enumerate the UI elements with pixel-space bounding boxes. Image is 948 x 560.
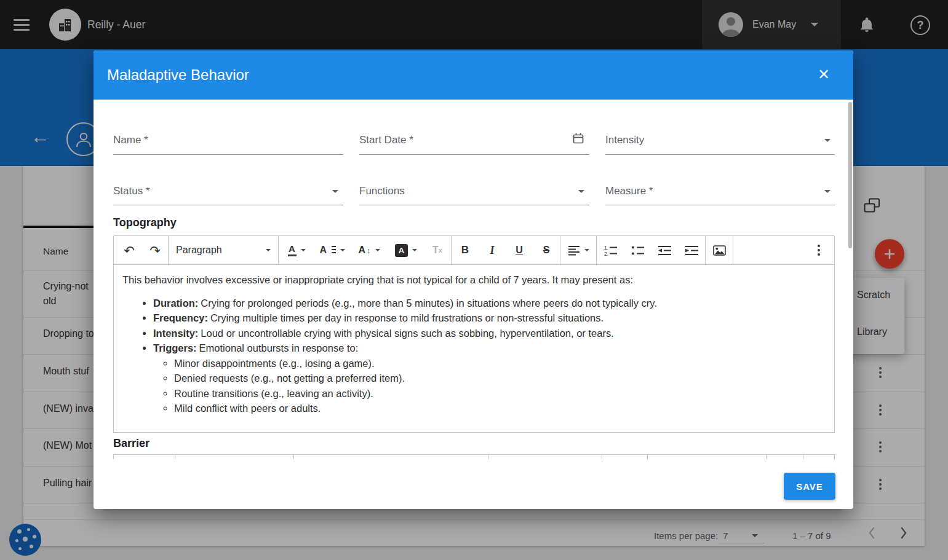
editor-bullet: Frequency:Crying multiple times per day … [153, 310, 826, 326]
font-size-button[interactable]: A [314, 236, 350, 264]
redo-icon[interactable]: ↷ [142, 236, 168, 264]
paragraph-style-value: Paragraph [176, 245, 222, 256]
underline-button[interactable]: U [506, 236, 533, 264]
functions-field[interactable]: Functions [359, 185, 405, 197]
toolbar-overflow-icon[interactable] [806, 236, 832, 264]
field-underline [359, 154, 589, 155]
save-button[interactable]: SAVE [784, 473, 835, 500]
status-caret-icon[interactable] [332, 190, 338, 193]
topography-editor[interactable]: This behavior involves excessive or inap… [113, 264, 835, 433]
editor-sub-bullet: Denied requests (e.g., not getting a pre… [174, 371, 826, 386]
field-underline [605, 205, 835, 205]
dialog-title: Maladaptive Behavior [107, 50, 249, 100]
bulleted-list-button[interactable] [624, 236, 651, 264]
field-underline [605, 154, 835, 155]
status-field[interactable]: Status * [113, 185, 150, 197]
editor-sub-bullet: Minor disappointments (e.g., losing a ga… [174, 356, 826, 371]
barrier-heading: Barrier [113, 437, 149, 450]
editor-bullet: Duration:Crying for prolonged periods (e… [153, 296, 826, 311]
topography-heading: Topography [113, 216, 177, 229]
toolbar-separator [733, 236, 733, 264]
barrier-toolbar-clipped [113, 454, 835, 459]
svg-text:2.: 2. [604, 251, 608, 256]
intensity-caret-icon[interactable] [824, 139, 830, 142]
close-icon[interactable]: × [818, 63, 829, 85]
editor-toolbar: ↶ ↷ Paragraph A A A↕ A Tx [113, 235, 835, 265]
field-underline [113, 205, 343, 205]
editor-bullet: Triggers:Emotional outbursts in response… [153, 341, 826, 416]
editor-paragraph: This behavior involves excessive or inap… [122, 272, 826, 288]
strikethrough-button[interactable]: S [533, 236, 560, 264]
screen: Reilly - Auer Evan May ? ← [0, 0, 948, 560]
editor-bullet: Intensity:Loud or uncontrollable crying … [153, 326, 826, 341]
numbered-list-icon: 1. 2. [604, 245, 617, 256]
name-field[interactable]: Name * [113, 134, 148, 146]
functions-caret-icon[interactable] [578, 190, 584, 193]
font-color-button[interactable]: A [279, 236, 314, 264]
editor-bullet-list: Duration:Crying for prolonged periods (e… [122, 296, 826, 416]
editor-sub-bullet: Routine transitions (e.g., leaving an ac… [174, 386, 826, 401]
editor-sub-bullet: Mild conflict with peers or adults. [174, 401, 826, 416]
dialog-scrollbar[interactable] [848, 102, 852, 248]
align-left-icon [568, 245, 580, 256]
italic-button[interactable]: I [479, 236, 506, 264]
dialog-header: Maladaptive Behavior × [94, 50, 853, 100]
image-icon [713, 245, 726, 256]
paragraph-style-dropdown[interactable]: Paragraph [169, 236, 278, 264]
numbered-list-button[interactable]: 1. 2. [597, 236, 624, 264]
calendar-icon[interactable] [572, 132, 584, 147]
undo-icon[interactable]: ↶ [116, 236, 142, 264]
outdent-button[interactable] [651, 236, 678, 264]
remove-format-button[interactable]: Tx [424, 236, 451, 264]
intensity-field[interactable]: Intensity [605, 134, 644, 146]
indent-icon [685, 245, 698, 256]
highlight-button[interactable]: A [388, 236, 424, 264]
start-date-field[interactable]: Start Date * [359, 134, 413, 146]
editor-sub-list: Minor disappointments (e.g., losing a ga… [153, 356, 826, 416]
measure-field[interactable]: Measure * [605, 185, 653, 197]
chevron-down-icon [266, 249, 271, 251]
svg-text:1.: 1. [604, 245, 608, 251]
font-family-button[interactable]: A↕ [350, 236, 388, 264]
field-underline [113, 154, 343, 155]
maladaptive-behavior-dialog: Maladaptive Behavior × Name * Start Date… [94, 50, 853, 509]
bold-button[interactable]: B [452, 236, 479, 264]
insert-image-button[interactable] [706, 236, 733, 264]
indent-button[interactable] [678, 236, 705, 264]
measure-caret-icon[interactable] [824, 190, 830, 193]
outdent-icon [658, 245, 671, 256]
bulleted-list-icon [631, 245, 644, 256]
field-underline [359, 205, 589, 205]
alignment-button[interactable] [560, 236, 596, 264]
